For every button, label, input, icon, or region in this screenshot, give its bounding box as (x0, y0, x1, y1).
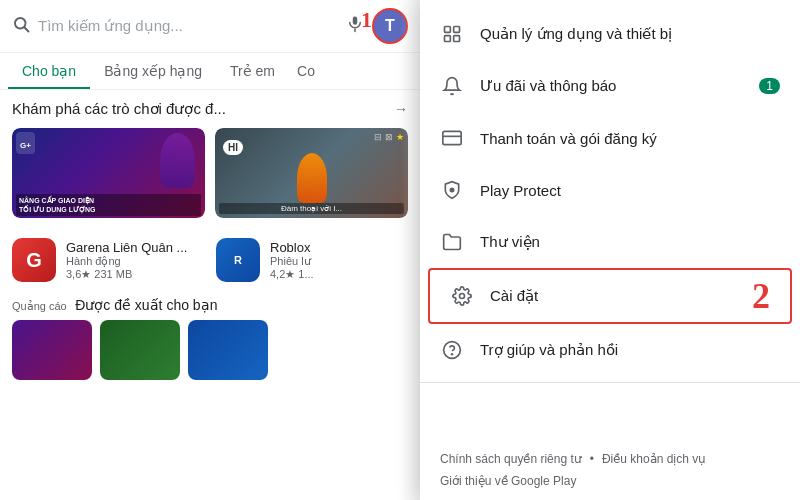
settings-label: Cài đặt (490, 287, 770, 305)
games-section-title: Khám phá các trò chơi được đ... (12, 100, 226, 118)
ad-title: Được đề xuất cho bạn (75, 297, 217, 313)
avatar-button[interactable]: T (372, 8, 408, 44)
card2-label: Đàm thoại với I... (281, 204, 342, 213)
help-icon (440, 338, 464, 362)
ad-section: Quảng cáo Được đề xuất cho bạn (12, 296, 408, 380)
menu-item-protect[interactable]: Play Protect (420, 164, 800, 216)
game-card-2-img: ⊟ ⊠ ★ HI Đàm thoại với I... (215, 128, 408, 218)
tab-more[interactable]: Co (289, 53, 323, 89)
card-icon (440, 126, 464, 150)
menu-item-manage[interactable]: Quản lý ứng dụng và thiết bị (420, 8, 800, 60)
tab-tre-em[interactable]: Trẻ em (216, 53, 289, 89)
garena-genre: Hành động (66, 255, 204, 268)
roblox-name: Roblox (270, 240, 408, 255)
tab-cho-ban[interactable]: Cho bạn (8, 53, 90, 89)
card1-line2: TỐI ƯU DUNG LƯỢNG (19, 206, 96, 213)
manage-label: Quản lý ứng dụng và thiết bị (480, 25, 780, 43)
roblox-icon: R (216, 238, 260, 282)
main-content: Khám phá các trò chơi được đ... → NÂNG C… (0, 90, 420, 390)
svg-rect-6 (445, 36, 451, 42)
payment-label: Thanh toán và gói đăng ký (480, 130, 780, 147)
footer-links: Chính sách quyền riêng tư • Điều khoản d… (440, 452, 780, 466)
svg-rect-7 (454, 36, 460, 42)
garena-icon: G (12, 238, 56, 282)
svg-point-0 (15, 18, 26, 29)
offers-badge: 1 (759, 78, 780, 94)
game-card-2[interactable]: ⊟ ⊠ ★ HI Đàm thoại với I... (215, 128, 408, 218)
gear-icon (450, 284, 474, 308)
protect-label: Play Protect (480, 182, 780, 199)
svg-point-11 (460, 294, 465, 299)
garena-name: Garena Liên Quân ... (66, 240, 204, 255)
games-section-header: Khám phá các trò chơi được đ... → (12, 100, 408, 118)
game-card-1-img: NÂNG CẤP GIAO DIỆN TỐI ƯU DUNG LƯỢNG G+ (12, 128, 205, 218)
svg-point-10 (450, 188, 453, 191)
ad-card-1[interactable] (12, 320, 92, 380)
app-items-row: G Garena Liên Quân ... Hành động 3,6★ 23… (12, 232, 408, 288)
menu-divider (420, 382, 800, 383)
game-cards-row: NÂNG CẤP GIAO DIỆN TỐI ƯU DUNG LƯỢNG G+ (12, 128, 408, 218)
menu-footer: Chính sách quyền riêng tư • Điều khoản d… (420, 440, 800, 500)
menu-item-payment[interactable]: Thanh toán và gói đăng ký (420, 112, 800, 164)
ad-cards (12, 320, 408, 380)
game-card-1[interactable]: NÂNG CẤP GIAO DIỆN TỐI ƯU DUNG LƯỢNG G+ (12, 128, 205, 218)
search-bar: Tìm kiếm ứng dụng... 1 T (0, 0, 420, 53)
menu-item-settings[interactable]: Cài đặt 2 (428, 268, 792, 324)
left-panel: Tìm kiếm ứng dụng... 1 T Cho bạn Bảng xế… (0, 0, 420, 500)
menu-list: Quản lý ứng dụng và thiết bị Ưu đãi và t… (420, 0, 800, 397)
terms-link[interactable]: Điều khoản dịch vụ (602, 452, 706, 466)
library-label: Thư viện (480, 233, 780, 251)
mic-icon-wrap: 1 (346, 15, 364, 38)
app-item-garena[interactable]: G Garena Liên Quân ... Hành động 3,6★ 23… (12, 232, 204, 288)
svg-rect-2 (353, 16, 358, 24)
svg-rect-8 (443, 131, 461, 144)
roblox-rating: 4,2★ 1... (270, 268, 408, 281)
search-placeholder[interactable]: Tìm kiếm ứng dụng... (38, 17, 338, 35)
games-arrow[interactable]: → (394, 101, 408, 117)
shield-icon (440, 178, 464, 202)
ad-label: Quảng cáo (12, 300, 67, 312)
step-1-label: 1 (361, 7, 372, 33)
dragon-decoration (160, 133, 195, 188)
app-item-roblox[interactable]: R Roblox Phiêu lư 4,2★ 1... (216, 232, 408, 288)
svg-rect-5 (454, 27, 460, 33)
garena-rating: 3,6★ 231 MB (66, 268, 204, 281)
dropdown-menu: Quản lý ứng dụng và thiết bị Ưu đãi và t… (420, 0, 800, 500)
ad-card-2[interactable] (100, 320, 180, 380)
svg-rect-4 (445, 27, 451, 33)
folder-icon (440, 230, 464, 254)
card1-line1: NÂNG CẤP GIAO DIỆN (19, 197, 94, 204)
menu-item-help[interactable]: Trợ giúp và phản hồi (420, 324, 800, 376)
search-icon (12, 15, 30, 38)
grid-icon (440, 22, 464, 46)
tabs-bar: Cho bạn Bảng xếp hạng Trẻ em Co (0, 53, 420, 90)
offers-label: Ưu đãi và thông báo (480, 77, 743, 95)
roblox-genre: Phiêu lư (270, 255, 408, 268)
footer-brand: Giới thiệu về Google Play (440, 474, 780, 488)
menu-item-offers[interactable]: Ưu đãi và thông báo 1 (420, 60, 800, 112)
character-decoration (297, 153, 327, 203)
help-label: Trợ giúp và phản hồi (480, 341, 780, 359)
bell-icon (440, 74, 464, 98)
menu-item-library[interactable]: Thư viện (420, 216, 800, 268)
svg-line-1 (25, 27, 29, 31)
roblox-info: Roblox Phiêu lư 4,2★ 1... (270, 240, 408, 281)
privacy-link[interactable]: Chính sách quyền riêng tư (440, 452, 582, 466)
tab-bang-xep-hang[interactable]: Bảng xếp hạng (90, 53, 216, 89)
ad-card-3[interactable] (188, 320, 268, 380)
footer-dot: • (590, 452, 594, 466)
garena-info: Garena Liên Quân ... Hành động 3,6★ 231 … (66, 240, 204, 281)
